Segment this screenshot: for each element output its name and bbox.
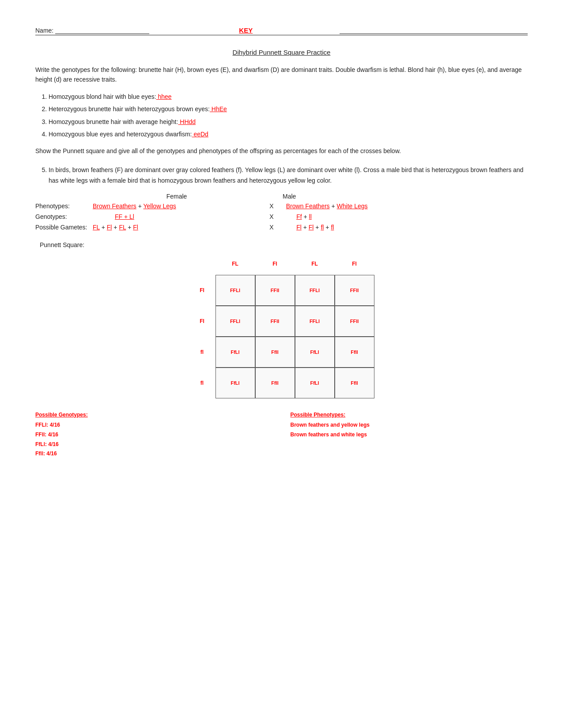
- female-phenotype: Brown Feathers + Yellow Legs: [93, 203, 261, 210]
- fg1: FL: [93, 224, 100, 231]
- female-phenotype-val2: Yellow Legs: [144, 203, 176, 210]
- show-text: Show the Punnett square and give all of …: [35, 146, 528, 156]
- female-male-headers: Female Male: [35, 193, 528, 200]
- cell-3-2: FfLl: [295, 368, 335, 398]
- q3-answer: HHdd: [178, 118, 196, 125]
- corner-empty: [189, 253, 215, 275]
- genotypes-col: Possible Genotypes: FFLl: 4/16 FFll: 4/1…: [35, 412, 273, 458]
- name-underline: [55, 26, 149, 34]
- male-phenotype-val1: Brown Feathers: [286, 203, 330, 210]
- female-genotype-val: FF + Ll: [115, 213, 134, 220]
- female-gametes: FL + Fl + FL + Fl: [93, 224, 261, 231]
- row-header-2: fl: [189, 337, 215, 368]
- phenotype-item-0: Brown feathers and yellow legs: [291, 420, 528, 430]
- punnett-label: Punnett Square:: [40, 241, 84, 248]
- cell-0-0: FFLl: [215, 275, 255, 306]
- cell-0-2: FFLl: [295, 275, 335, 306]
- punnett-wrapper: FL Fl FL Fl Fl FFLl FFll FFLl FFll Fl FF…: [35, 253, 528, 398]
- col-header-3: Fl: [335, 253, 374, 275]
- phenotype-item-1: Brown feathers and white legs: [291, 430, 528, 440]
- page-title: Dihybrid Punnett Square Practice: [35, 49, 528, 56]
- male-gametes: Fl + Fl + fl + fl: [283, 224, 334, 231]
- x-spacer: [261, 193, 283, 200]
- phenotypes-label: Phenotypes:: [35, 203, 93, 210]
- intro-text: Write the genotypes for the following: b…: [35, 65, 528, 85]
- cell-2-2: FfLl: [295, 337, 335, 368]
- female-header: Female: [93, 193, 261, 200]
- header: Name: KEY: [35, 26, 528, 35]
- fg4: Fl: [133, 224, 138, 231]
- male-genotype-val2: ll: [309, 213, 312, 220]
- question-2: Heterozygous brunette hair with heterozy…: [49, 104, 528, 114]
- cell-2-0: FfLl: [215, 337, 255, 368]
- col-header-0: FL: [215, 253, 255, 275]
- cell-3-0: FfLl: [215, 368, 255, 398]
- q3-text: Homozygous brunette hair with average he…: [49, 118, 178, 125]
- cell-1-3: FFll: [335, 306, 374, 337]
- questions-list: Homozygous blond hair with blue eyes: hh…: [49, 92, 528, 139]
- female-phenotype-plus: +: [138, 203, 144, 210]
- question-3: Homozygous brunette hair with average he…: [49, 117, 528, 127]
- fg3: FL: [119, 224, 126, 231]
- male-phenotype: Brown Feathers + White Legs: [283, 203, 368, 210]
- problem-list: In birds, brown feathers (F) are dominan…: [49, 165, 528, 186]
- results-section: Possible Genotypes: FFLl: 4/16 FFll: 4/1…: [35, 412, 528, 458]
- genotypes-row: Genotypes: FF + Ll X Ff + ll: [35, 213, 528, 220]
- right-underline: [340, 26, 528, 34]
- question-4: Homozygous blue eyes and heterozygous dw…: [49, 129, 528, 139]
- cell-1-2: FFLl: [295, 306, 335, 337]
- cross-x-1: X: [261, 203, 283, 210]
- male-genotype-val1: Ff: [296, 213, 302, 220]
- question-1: Homozygous blond hair with blue eyes: hh…: [49, 92, 528, 101]
- cross-x-2: X: [261, 213, 283, 220]
- cross-x-3: X: [261, 224, 283, 231]
- mg4: fl: [331, 224, 334, 231]
- punnett-grid: FL Fl FL Fl Fl FFLl FFll FFLl FFll Fl FF…: [189, 253, 374, 398]
- spacer: [35, 193, 93, 200]
- cell-0-3: FFll: [335, 275, 374, 306]
- mg1: Fl: [296, 224, 302, 231]
- row-header-1: Fl: [189, 306, 215, 337]
- cell-2-1: Ffll: [255, 337, 295, 368]
- cell-0-1: FFll: [255, 275, 295, 306]
- genotype-item-3: Ffll: 4/16: [35, 449, 273, 459]
- row-header-0: Fl: [189, 275, 215, 306]
- q4-answer: eeDd: [192, 131, 208, 138]
- genotype-item-0: FFLl: 4/16: [35, 420, 273, 430]
- q2-text: Heterozygous brunette hair with heterozy…: [49, 105, 210, 113]
- punnett-label-container: Punnett Square:: [40, 241, 528, 248]
- female-genotype: FF + Ll: [93, 213, 261, 220]
- cell-1-1: FFll: [255, 306, 295, 337]
- male-phenotype-plus: +: [332, 203, 337, 210]
- q2-answer: HhEe: [210, 105, 227, 113]
- q1-text: Homozygous blond hair with blue eyes:: [49, 93, 156, 100]
- problem-5: In birds, brown feathers (F) are dominan…: [49, 165, 528, 186]
- q1-answer: hhee: [156, 93, 172, 100]
- female-phenotype-val1: Brown Feathers: [93, 203, 136, 210]
- phenotypes-title: Possible Phenotypes:: [291, 412, 528, 418]
- phenotypes-row: Phenotypes: Brown Feathers + Yellow Legs…: [35, 203, 528, 210]
- col-header-1: Fl: [255, 253, 295, 275]
- cell-1-0: FFLl: [215, 306, 255, 337]
- cell-2-3: Ffll: [335, 337, 374, 368]
- row-header-3: fl: [189, 368, 215, 398]
- gametes-label: Possible Gametes:: [35, 224, 93, 231]
- mg3: fl: [321, 224, 324, 231]
- phenotypes-col: Possible Phenotypes: Brown feathers and …: [291, 412, 528, 458]
- male-phenotype-val2: White Legs: [337, 203, 368, 210]
- name-label: Name:: [35, 27, 53, 34]
- col-header-2: FL: [295, 253, 335, 275]
- genotype-item-1: FFll: 4/16: [35, 430, 273, 440]
- male-genotype: Ff + ll: [283, 213, 312, 220]
- gametes-row: Possible Gametes: FL + Fl + FL + Fl X Fl…: [35, 224, 528, 231]
- cell-3-3: Ffll: [335, 368, 374, 398]
- cross-block: Female Male Phenotypes: Brown Feathers +…: [35, 193, 528, 234]
- genotypes-title: Possible Genotypes:: [35, 412, 273, 418]
- q4-text: Homozygous blue eyes and heterozygous dw…: [49, 131, 192, 138]
- fg2: Fl: [107, 224, 112, 231]
- genotypes-label: Genotypes:: [35, 213, 93, 220]
- cell-3-1: Ffll: [255, 368, 295, 398]
- mg2: Fl: [309, 224, 314, 231]
- male-header: Male: [283, 193, 296, 200]
- key-label: KEY: [152, 26, 340, 34]
